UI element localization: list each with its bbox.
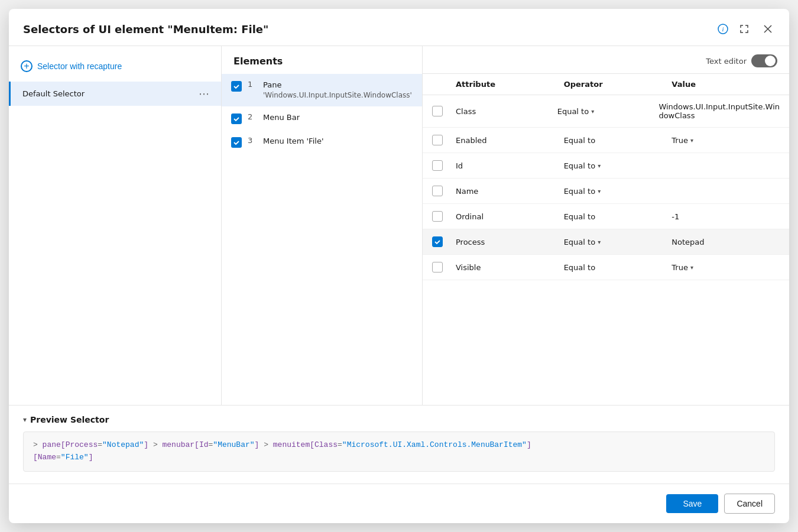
add-selector-label: Selector with recapture [37, 61, 122, 71]
attr-value-visible: True ▾ [672, 263, 780, 272]
attr-checkbox-class[interactable] [432, 106, 443, 116]
attr-row-name: Name Equal to ▾ [423, 179, 789, 204]
attr-name-process: Process [456, 238, 564, 246]
elements-header: Elements [222, 46, 422, 74]
attr-checkbox-ordinal[interactable] [432, 211, 443, 222]
element-checkbox-1[interactable] [231, 81, 242, 92]
attr-name-name: Name [456, 187, 564, 196]
attr-name-class: Class [456, 107, 557, 116]
code-attr-name2: Name [38, 453, 56, 462]
element-list: 1 Pane 'Windows.UI.Input.InputSite.Windo… [222, 74, 422, 154]
attr-table: Class Equal to ▾ Windows.UI.Input.InputS… [423, 95, 789, 405]
code-eq-3: = [338, 440, 342, 449]
element-name-3: Menu Item 'File' [263, 136, 323, 147]
attr-value-class: Windows.UI.Input.InputSite.WindowClass [658, 102, 780, 120]
element-name-1: Pane [263, 80, 412, 90]
attr-col-value: Value [672, 80, 780, 89]
attr-table-header: Attribute Operator Value [423, 74, 789, 95]
code-bracket-8: ] [89, 453, 93, 462]
chevron-down-icon-enabled[interactable]: ▾ [690, 137, 693, 144]
code-val-notepad: "Notepad" [102, 440, 144, 449]
code-attr-process: Process [66, 440, 98, 449]
attr-name-visible: Visible [456, 263, 564, 272]
attr-operator-enabled[interactable]: Equal to [564, 136, 672, 145]
preview-code: > pane[Process="Notepad"] > menubar[Id="… [23, 432, 775, 472]
title-bar: Selectors of UI element "MenuItem: File"… [9, 9, 789, 46]
text-editor-label: Text editor [706, 57, 747, 66]
attr-col-attribute: Attribute [456, 80, 564, 89]
element-item-3[interactable]: 3 Menu Item 'File' [222, 130, 422, 154]
attr-operator-name[interactable]: Equal to ▾ [564, 187, 672, 196]
preview-header[interactable]: ▾ Preview Selector [23, 415, 775, 424]
attr-checkbox-visible[interactable] [432, 262, 443, 273]
info-icon[interactable]: i [717, 23, 729, 35]
more-options-icon[interactable]: ⋯ [199, 87, 209, 100]
selector-item-label: Default Selector [22, 89, 85, 98]
expand-button[interactable] [735, 20, 754, 38]
code-bracket-1: [ [61, 440, 66, 449]
element-number-3: 3 [248, 136, 257, 145]
code-symbol-3: > [259, 440, 273, 449]
code-val-file: "File" [61, 453, 89, 462]
attr-operator-process[interactable]: Equal to ▾ [564, 238, 672, 246]
attr-checkbox-process[interactable] [432, 236, 443, 247]
code-eq-4: = [56, 453, 61, 462]
element-checkbox-3[interactable] [231, 137, 242, 148]
attr-row-id: Id Equal to ▾ [423, 153, 789, 179]
attr-operator-id[interactable]: Equal to ▾ [564, 161, 672, 170]
element-sub-1: 'Windows.UI.Input.InputSite.WindowClass' [263, 90, 412, 100]
code-val-class: "Microsoft.UI.Xaml.Controls.MenuBarItem" [342, 440, 527, 449]
code-element-menubar: menubar [163, 440, 195, 449]
attributes-header-row: Text editor [423, 46, 789, 74]
chevron-down-icon: ▾ [591, 108, 594, 115]
chevron-down-icon-visible[interactable]: ▾ [690, 264, 693, 271]
attr-operator-ordinal[interactable]: Equal to [564, 212, 672, 221]
title-actions [735, 20, 777, 38]
cancel-button[interactable]: Cancel [724, 494, 775, 514]
text-editor-toggle[interactable] [751, 54, 777, 67]
add-selector-button[interactable]: + Selector with recapture [9, 56, 221, 77]
code-val-menubar: "MenuBar" [213, 440, 254, 449]
attr-row-process: Process Equal to ▾ Notepad [423, 229, 789, 255]
attr-checkbox-id[interactable] [432, 160, 443, 171]
selector-item[interactable]: Default Selector ⋯ [9, 82, 221, 106]
attr-value-enabled: True ▾ [672, 136, 780, 145]
element-name-2: Menu Bar [263, 112, 300, 123]
chevron-down-icon-id: ▾ [598, 163, 601, 169]
code-symbol-1: > [33, 440, 43, 449]
chevron-down-icon-process: ▾ [598, 239, 601, 245]
attr-value-ordinal: -1 [672, 212, 780, 221]
save-button[interactable]: Save [666, 494, 718, 513]
element-number-2: 2 [248, 112, 257, 121]
attr-name-id: Id [456, 161, 564, 170]
dialog-title: Selectors of UI element "MenuItem: File" [23, 23, 711, 35]
close-button[interactable] [758, 20, 777, 38]
attr-col-operator: Operator [564, 80, 672, 89]
attr-operator-visible[interactable]: Equal to [564, 263, 672, 272]
attr-value-process: Notepad [672, 238, 780, 246]
attr-name-enabled: Enabled [456, 136, 564, 145]
code-attr-class: Class [314, 440, 338, 449]
sidebar: + Selector with recapture Default Select… [9, 46, 222, 405]
attr-checkbox-name[interactable] [432, 186, 443, 196]
element-checkbox-2[interactable] [231, 113, 242, 124]
attributes-panel: Text editor Attribute Operator Value Cla… [423, 46, 789, 405]
code-element-pane: pane [43, 440, 61, 449]
code-attr-id: Id [199, 440, 209, 449]
code-bracket-5: [ [310, 440, 314, 449]
element-number-1: 1 [248, 80, 257, 89]
attr-checkbox-enabled[interactable] [432, 135, 443, 145]
selector-list: Default Selector ⋯ [9, 82, 221, 106]
code-eq-1: = [98, 440, 102, 449]
chevron-down-icon-name: ▾ [598, 188, 601, 194]
code-symbol-2: > [148, 440, 162, 449]
code-bracket-2: ] [144, 440, 148, 449]
element-item-2[interactable]: 2 Menu Bar [222, 106, 422, 130]
attr-row-class: Class Equal to ▾ Windows.UI.Input.InputS… [423, 95, 789, 128]
element-item-1[interactable]: 1 Pane 'Windows.UI.Input.InputSite.Windo… [222, 74, 422, 106]
footer: Save Cancel [9, 484, 789, 523]
preview-header-text: Preview Selector [30, 415, 109, 424]
attr-operator-class[interactable]: Equal to ▾ [557, 107, 659, 116]
code-bracket-7: [ [33, 453, 38, 462]
dialog: Selectors of UI element "MenuItem: File"… [9, 9, 789, 523]
